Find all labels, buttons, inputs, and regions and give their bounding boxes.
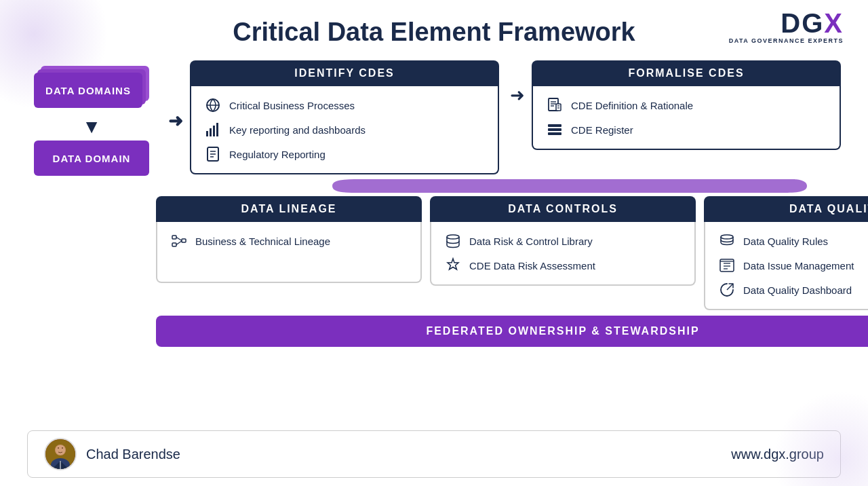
formalise-item-1-text: CDE Definition & Rationale [571, 100, 693, 111]
svg-rect-35 [58, 447, 59, 449]
identify-item-3: Regulatory Reporting [203, 145, 486, 164]
svg-rect-20 [172, 243, 176, 246]
risk-assessment-icon [443, 256, 462, 275]
identify-item-1-text: Critical Business Processes [229, 100, 355, 111]
quality-header: DATA QUALITY [704, 196, 868, 222]
lineage-box: DATA LINEAGE [156, 196, 422, 310]
quality-body: Data Quality Rules [704, 222, 868, 310]
curved-connector-svg [332, 176, 807, 195]
connector-row [163, 176, 868, 196]
page-title: Critical Data Element Framework [233, 18, 635, 47]
top-row: DATA DOMAINS ▼ DATA DOMAIN ➜ IDENTIFY CD… [27, 60, 841, 176]
controls-body: Data Risk & Control Library CDE Data Ris… [430, 222, 696, 286]
footer-avatar [44, 438, 77, 470]
lineage-item-1: Business & Technical Lineage [170, 231, 408, 250]
formalise-body: CDE Definition & Rationale CDE Register [532, 86, 841, 150]
controls-item-2-text: CDE Data Risk Assessment [469, 260, 595, 272]
federated-bar: FEDERATED OWNERSHIP & STEWARDSHIP [156, 316, 868, 347]
svg-rect-36 [62, 447, 63, 449]
formalise-item-1: CDE Definition & Rationale [545, 96, 827, 115]
controls-header: DATA CONTROLS [430, 196, 696, 222]
quality-item-1: Data Quality Rules [717, 231, 868, 250]
down-arrow: ▼ [82, 116, 101, 138]
svg-rect-19 [172, 236, 176, 239]
regulatory-icon [203, 145, 222, 164]
svg-point-34 [56, 445, 65, 455]
critical-process-icon [203, 96, 222, 115]
quality-box: DATA QUALITY Data Quality Rules [704, 196, 868, 310]
logo-subtitle: DATA GOVERNANCE EXPERTS [729, 37, 844, 44]
domain-single: DATA DOMAIN [34, 141, 149, 176]
issue-management-icon [717, 256, 736, 275]
domain-single-label: DATA DOMAIN [53, 153, 131, 164]
identify-to-formalise-arrow: ➜ [510, 85, 525, 106]
identify-item-1: Critical Business Processes [203, 96, 486, 115]
svg-rect-13 [556, 104, 561, 111]
svg-rect-16 [548, 124, 561, 127]
domain-stack: DATA DOMAINS [34, 66, 149, 112]
identify-cdes-box: IDENTIFY CDES Critical Business Processe… [190, 60, 499, 174]
identify-header: IDENTIFY CDES [190, 60, 499, 86]
identify-item-3-text: Regulatory Reporting [229, 149, 326, 160]
controls-item-2: CDE Data Risk Assessment [443, 256, 682, 275]
svg-point-25 [721, 235, 733, 239]
quality-item-2-text: Data Issue Management [743, 260, 854, 272]
bottom-boxes: DATA LINEAGE [156, 196, 868, 310]
domain-card-front: DATA DOMAINS [34, 73, 142, 108]
controls-item-1-text: Data Risk & Control Library [469, 236, 593, 247]
quality-dashboard-icon [717, 280, 736, 299]
formalise-cdes-box: FORMALISE CDES [532, 60, 841, 150]
page: DGX DATA GOVERNANCE EXPERTS Critical Dat… [0, 0, 868, 486]
quality-rules-icon [717, 231, 736, 250]
footer: Chad Barendse www.dgx.group [27, 430, 841, 478]
logo-x: X [824, 8, 844, 38]
avatar-image [45, 439, 75, 469]
lineage-body: Business & Technical Lineage [156, 222, 422, 283]
domains-section: DATA DOMAINS ▼ DATA DOMAIN [27, 66, 156, 176]
quality-item-1-text: Data Quality Rules [743, 236, 828, 247]
lineage-item-1-text: Business & Technical Lineage [195, 236, 330, 247]
cde-definition-icon [545, 96, 564, 115]
formalise-item-2: CDE Register [545, 120, 827, 139]
logo: DGX DATA GOVERNANCE EXPERTS [729, 10, 844, 44]
quality-item-2: Data Issue Management [717, 256, 868, 275]
lineage-header: DATA LINEAGE [156, 196, 422, 222]
lineage-icon [170, 231, 189, 250]
svg-line-23 [176, 241, 182, 245]
svg-rect-17 [548, 128, 561, 131]
svg-rect-1 [206, 131, 208, 136]
risk-library-icon [443, 231, 462, 250]
domains-label: DATA DOMAINS [45, 85, 131, 96]
formalise-item-2-text: CDE Register [571, 124, 633, 136]
svg-rect-3 [213, 126, 215, 136]
footer-website: www.dgx.group [731, 447, 824, 462]
formalise-header: FORMALISE CDES [532, 60, 841, 86]
svg-rect-21 [182, 239, 186, 242]
domain-to-identify-arrow: ➜ [168, 111, 183, 132]
identify-item-2-text: Key reporting and dashboards [229, 124, 366, 136]
svg-point-24 [447, 235, 459, 239]
bottom-section: DATA LINEAGE [156, 196, 868, 347]
quality-item-3-text: Data Quality Dashboard [743, 284, 852, 296]
quality-item-3: Data Quality Dashboard [717, 280, 868, 299]
svg-rect-4 [216, 123, 218, 136]
reporting-icon [203, 120, 222, 139]
svg-rect-2 [210, 128, 212, 136]
controls-box: DATA CONTROLS Data Risk & Control Librar… [430, 196, 696, 310]
footer-person-name: Chad Barendse [86, 447, 180, 462]
cde-register-icon [545, 120, 564, 139]
diagram: DATA DOMAINS ▼ DATA DOMAIN ➜ IDENTIFY CD… [27, 60, 841, 424]
identify-item-2: Key reporting and dashboards [203, 120, 486, 139]
controls-item-1: Data Risk & Control Library [443, 231, 682, 250]
logo-text: DGX [781, 10, 844, 37]
identify-body: Critical Business Processes Key reportin… [190, 86, 499, 174]
footer-left: Chad Barendse [44, 438, 180, 470]
svg-line-22 [176, 238, 182, 241]
svg-rect-18 [548, 132, 561, 135]
